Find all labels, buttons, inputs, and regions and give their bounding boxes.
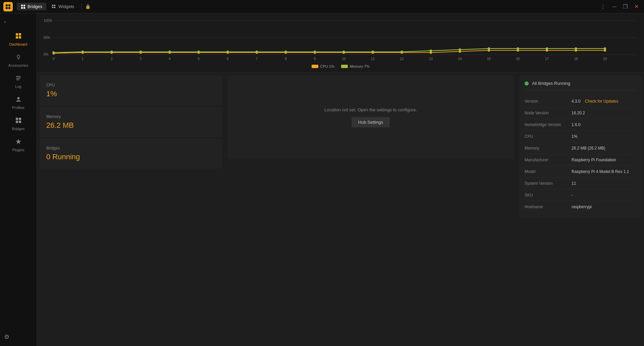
- info-row-hostname: Hostname raspberrypi: [525, 201, 636, 213]
- svg-rect-10: [52, 7, 53, 8]
- svg-text:3: 3: [140, 57, 142, 61]
- svg-rect-14: [16, 36, 18, 39]
- bridges-label: Bridges: [46, 146, 215, 151]
- sidebar-item-bridges[interactable]: Bridges: [2, 114, 35, 134]
- manufacturer-value: Raspberry Pi Foundation: [572, 158, 636, 162]
- svg-rect-0: [6, 4, 8, 6]
- svg-text:100%: 100%: [44, 19, 52, 22]
- bridges-card: Bridges 0 Running: [40, 138, 222, 169]
- svg-rect-9: [54, 5, 55, 6]
- svg-point-58: [226, 51, 229, 53]
- sidebar: ‹ Dashboard Accessories: [0, 13, 37, 346]
- node-version-key: Node Version: [525, 111, 572, 115]
- stats-panel: CPU 1% Memory 26.2 MB Bridges 0 Running: [37, 73, 225, 346]
- sku-key: SKU: [525, 193, 572, 197]
- sidebar-item-accessories[interactable]: Accessories: [2, 50, 35, 71]
- status-text: All Bridges Running: [532, 81, 570, 86]
- svg-point-70: [575, 47, 577, 50]
- menu-button[interactable]: ⋮: [598, 3, 608, 10]
- svg-text:6: 6: [227, 57, 229, 61]
- memory-info-key: Memory: [525, 146, 572, 151]
- homebridge-version-key: Homebridge Version: [525, 122, 572, 127]
- svg-point-62: [342, 51, 345, 53]
- sidebar-item-plugins[interactable]: Plugins: [2, 135, 35, 155]
- dashboard-icon: [15, 33, 22, 41]
- version-key: Version: [525, 99, 572, 104]
- svg-rect-4: [21, 5, 23, 6]
- sidebar-item-dashboard[interactable]: Dashboard: [2, 29, 35, 50]
- svg-point-66: [459, 48, 461, 51]
- svg-rect-1: [8, 4, 10, 6]
- version-value: 4.3.0 Check for Updates: [572, 99, 636, 104]
- svg-point-59: [256, 51, 258, 53]
- legend-cpu: CPU 1%: [312, 64, 334, 68]
- accessories-icon: [15, 54, 22, 62]
- sidebar-item-profiles[interactable]: Profiles: [2, 93, 35, 113]
- info-row-memory: Memory 26.2 MB (26.2 MB): [525, 142, 636, 154]
- lock-icon: 🔒: [85, 4, 91, 9]
- svg-point-56: [168, 51, 171, 53]
- svg-text:18: 18: [574, 57, 578, 61]
- svg-rect-18: [16, 78, 21, 78]
- info-row-homebridge: Homebridge Version 1.6.0: [525, 119, 636, 131]
- memory-card: Memory 26.2 MB: [40, 107, 222, 137]
- info-row-cpu: CPU 1%: [525, 131, 636, 142]
- cpu-info-key: CPU: [525, 134, 572, 139]
- cpu-card: CPU 1%: [40, 75, 222, 106]
- system-version-value: 11: [572, 181, 636, 186]
- svg-text:1: 1: [82, 57, 84, 61]
- check-updates-link[interactable]: Check for Updates: [585, 99, 618, 104]
- close-button[interactable]: ✕: [632, 3, 641, 10]
- content-area: 100% 50% 0%: [37, 13, 644, 346]
- dashboard-body: CPU 1% Memory 26.2 MB Bridges 0 Running …: [37, 73, 644, 346]
- info-row-node: Node Version 16.20.2: [525, 107, 636, 119]
- svg-rect-6: [21, 7, 23, 9]
- tab-bridges[interactable]: Bridges: [17, 3, 46, 10]
- legend-memory-color: [341, 65, 348, 68]
- settings-icon[interactable]: ⚙: [4, 333, 33, 341]
- info-row-sku: SKU -: [525, 189, 636, 201]
- svg-rect-13: [19, 33, 21, 36]
- manufacturer-key: Manufacturer: [525, 158, 572, 162]
- cpu-label: CPU: [46, 83, 215, 88]
- profiles-icon: [15, 96, 22, 104]
- svg-text:15: 15: [487, 57, 491, 61]
- svg-text:11: 11: [371, 57, 375, 61]
- sidebar-item-log[interactable]: Log: [2, 71, 35, 92]
- svg-text:13: 13: [429, 57, 433, 61]
- model-value: Raspberry Pi 4 Model B Rev 1.1: [572, 169, 636, 174]
- legend-cpu-color: [312, 65, 318, 68]
- svg-rect-21: [16, 118, 18, 120]
- svg-text:14: 14: [458, 57, 462, 61]
- bridges-value: 0 Running: [46, 153, 215, 161]
- svg-point-55: [140, 51, 142, 53]
- app-logo: [3, 2, 13, 11]
- svg-rect-23: [16, 121, 18, 123]
- main-layout: ‹ Dashboard Accessories: [0, 13, 644, 346]
- minimize-button[interactable]: ─: [610, 3, 618, 10]
- svg-rect-12: [16, 33, 18, 36]
- svg-rect-5: [23, 5, 25, 6]
- titlebar: Bridges Widgets 🔒 ⋮ ─ ❐ ✕: [0, 0, 644, 13]
- svg-point-61: [314, 51, 316, 53]
- titlebar-tabs: Bridges Widgets 🔒: [17, 3, 598, 10]
- tab-widgets[interactable]: Widgets: [48, 3, 78, 10]
- info-row-version: Version 4.3.0 Check for Updates: [525, 96, 636, 107]
- plugins-icon: [15, 138, 22, 147]
- svg-point-20: [17, 97, 19, 100]
- sidebar-back-button[interactable]: ‹: [0, 16, 37, 27]
- svg-text:7: 7: [256, 57, 258, 61]
- bridges-icon: [15, 117, 22, 125]
- legend-memory: Memory 7%: [341, 64, 370, 68]
- maximize-button[interactable]: ❐: [621, 3, 630, 10]
- svg-text:12: 12: [400, 57, 404, 61]
- svg-point-52: [52, 51, 55, 54]
- svg-rect-2: [6, 7, 8, 9]
- svg-rect-19: [16, 79, 19, 80]
- svg-point-16: [17, 55, 20, 58]
- hub-settings-button[interactable]: Hub Settings: [352, 117, 390, 127]
- window-controls: ⋮ ─ ❐ ✕: [598, 3, 641, 10]
- svg-point-65: [430, 50, 432, 52]
- hostname-key: Hostname: [525, 205, 572, 209]
- info-row-system-version: System Version 11: [525, 178, 636, 189]
